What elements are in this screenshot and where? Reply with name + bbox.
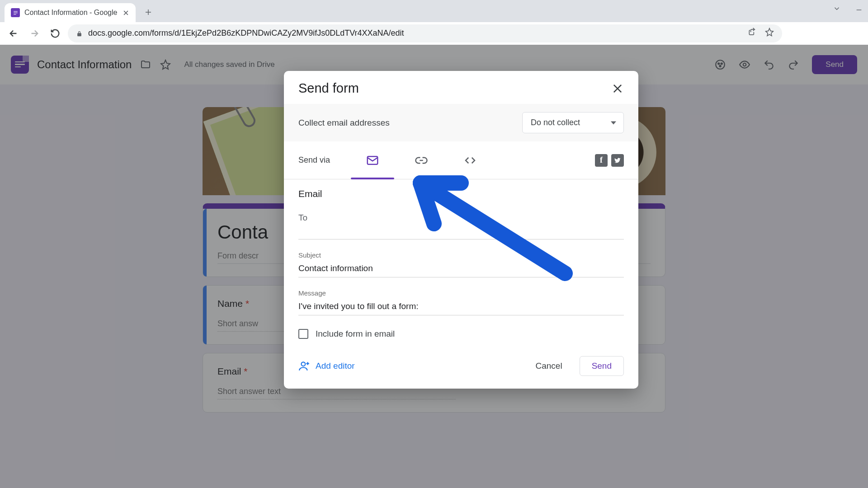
- browser-tab[interactable]: Contact Information - Google Fo: [5, 3, 136, 22]
- modal-send-button[interactable]: Send: [580, 356, 624, 376]
- facebook-share-icon[interactable]: f: [595, 154, 608, 167]
- mail-icon: [366, 154, 379, 167]
- omnibox[interactable]: docs.google.com/forms/d/1EkjZePd2B6zKDPN…: [68, 24, 782, 42]
- send-via-link-tab[interactable]: [397, 141, 446, 179]
- send-via-label: Send via: [298, 155, 330, 165]
- message-label: Message: [298, 289, 624, 297]
- svg-point-9: [302, 362, 306, 366]
- modal-title: Send form: [298, 81, 359, 96]
- lock-icon: [76, 30, 83, 37]
- close-icon[interactable]: [611, 82, 624, 95]
- bookmark-star-icon[interactable]: [765, 28, 774, 39]
- back-button[interactable]: [5, 25, 22, 42]
- add-editor-button[interactable]: Add editor: [298, 360, 355, 372]
- to-field: To: [298, 213, 624, 239]
- embed-icon: [463, 154, 477, 167]
- window-menu-icon[interactable]: [833, 5, 841, 14]
- svg-rect-0: [14, 11, 18, 11]
- browser-tab-strip: Contact Information - Google Fo: [0, 0, 868, 22]
- send-via-embed-tab[interactable]: [446, 141, 495, 179]
- url-text: docs.google.com/forms/d/1EkjZePd2B6zKDPN…: [88, 28, 742, 38]
- subject-field: Subject: [298, 251, 624, 277]
- include-form-label: Include form in email: [316, 329, 395, 339]
- to-label: To: [298, 213, 307, 222]
- twitter-share-icon[interactable]: [611, 154, 624, 167]
- tab-close-icon[interactable]: [123, 9, 129, 16]
- forward-button[interactable]: [26, 25, 42, 42]
- share-icon[interactable]: [748, 28, 757, 39]
- add-person-icon: [298, 360, 310, 372]
- reload-button[interactable]: [47, 25, 63, 42]
- message-input[interactable]: [298, 300, 624, 315]
- subject-input[interactable]: [298, 262, 624, 277]
- cancel-button[interactable]: Cancel: [529, 357, 568, 375]
- new-tab-button[interactable]: [140, 4, 156, 20]
- minimize-icon[interactable]: [855, 5, 863, 14]
- message-field: Message: [298, 289, 624, 315]
- subject-label: Subject: [298, 251, 624, 259]
- to-input[interactable]: [298, 224, 624, 239]
- address-bar: docs.google.com/forms/d/1EkjZePd2B6zKDPN…: [0, 22, 868, 45]
- send-via-email-tab[interactable]: [348, 141, 397, 179]
- collect-emails-dropdown[interactable]: Do not collect: [522, 112, 624, 133]
- svg-rect-1: [14, 12, 18, 13]
- link-icon: [415, 154, 428, 167]
- include-form-row[interactable]: Include form in email: [298, 327, 624, 343]
- svg-rect-2: [14, 14, 16, 14]
- include-form-checkbox[interactable]: [298, 329, 308, 339]
- send-form-modal: Send form Collect email addresses Do not…: [284, 71, 638, 389]
- collect-emails-label: Collect email addresses: [298, 118, 390, 128]
- forms-favicon: [11, 8, 20, 17]
- tab-title: Contact Information - Google Fo: [24, 9, 118, 17]
- email-section-heading: Email: [298, 188, 624, 199]
